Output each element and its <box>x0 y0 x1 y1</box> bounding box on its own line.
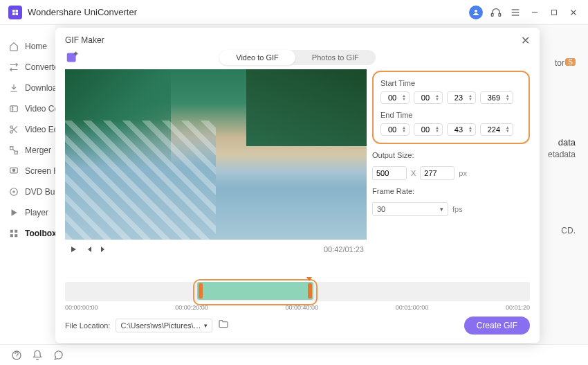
sidebar-item-toolbox[interactable]: Toolbox <box>0 223 55 244</box>
spinner-arrows-icon[interactable]: ▲▼ <box>468 94 472 101</box>
svg-rect-16 <box>15 151 17 154</box>
add-file-button[interactable] <box>65 50 80 65</box>
end-ss-spinner[interactable]: 43▲▼ <box>447 123 476 136</box>
sidebar-item-home[interactable]: Home <box>0 36 55 57</box>
tab-video-to-gif[interactable]: Video to GIF <box>219 50 295 65</box>
output-height-input[interactable] <box>420 166 454 180</box>
sidebar-label: Player <box>25 208 48 217</box>
frame-rate-label: Frame Rate: <box>372 187 530 195</box>
convert-icon <box>8 62 19 73</box>
timeline-selection[interactable] <box>193 279 318 305</box>
end-ms-spinner[interactable]: 224▲▼ <box>480 123 513 136</box>
record-icon <box>8 166 19 177</box>
svg-rect-21 <box>10 230 13 233</box>
start-ss-spinner[interactable]: 23▲▼ <box>447 91 476 104</box>
sidebar-label: Downloader <box>25 83 55 93</box>
app-logo <box>8 6 22 19</box>
end-time-label: End Time <box>380 111 522 119</box>
s-badge: S <box>565 58 576 66</box>
file-location-select[interactable]: C:\Users\ws\Pictures\Wonders ▾ <box>116 319 212 332</box>
svg-point-18 <box>12 169 15 172</box>
bg-text: data <box>558 137 576 148</box>
output-width-input[interactable] <box>372 166 407 180</box>
output-unit: px <box>459 169 467 177</box>
download-icon <box>8 82 19 94</box>
svg-rect-15 <box>10 147 13 150</box>
sidebar-item-dvd[interactable]: DVD Burner <box>0 181 55 202</box>
home-icon <box>8 41 19 52</box>
spinner-arrows-icon[interactable]: ▲▼ <box>402 126 406 133</box>
bg-text: etadata <box>548 150 576 159</box>
chevron-down-icon: ▾ <box>204 322 208 329</box>
timeline-track[interactable] <box>65 282 530 301</box>
bg-text: tor <box>555 58 564 68</box>
sidebar-item-editor[interactable]: Video Editor <box>0 119 55 140</box>
output-x: X <box>411 169 416 177</box>
sidebar-label: Video Editor <box>25 125 55 134</box>
timeline-marker-icon[interactable] <box>306 277 312 281</box>
svg-point-12 <box>10 131 13 134</box>
maximize-icon[interactable] <box>548 6 560 19</box>
create-gif-button[interactable]: Create GIF <box>464 317 530 335</box>
bell-icon[interactable] <box>32 350 43 361</box>
minimize-icon[interactable] <box>529 6 541 19</box>
spinner-arrows-icon[interactable]: ▲▼ <box>435 94 439 101</box>
start-time-label: Start Time <box>380 79 522 87</box>
sidebar-item-converter[interactable]: Converter <box>0 57 55 78</box>
start-mm-spinner[interactable]: 00▲▼ <box>414 91 443 104</box>
svg-point-19 <box>10 188 18 196</box>
gif-maker-modal: GIF Maker ✕ Video to GIF Photos to GIF 0… <box>55 28 540 343</box>
end-mm-spinner[interactable]: 00▲▼ <box>414 123 443 136</box>
merge-icon <box>8 145 19 156</box>
svg-rect-24 <box>15 234 17 237</box>
start-ms-spinner[interactable]: 369▲▼ <box>480 91 513 104</box>
playback-time: 00:42/01:23 <box>324 245 364 253</box>
file-location-label: File Location: <box>65 321 110 330</box>
menu-icon[interactable] <box>509 6 522 19</box>
sidebar-label: DVD Burner <box>25 187 55 197</box>
svg-point-20 <box>13 191 15 193</box>
sidebar-label: Screen Recorder <box>25 166 55 176</box>
close-icon[interactable]: ✕ <box>521 34 530 47</box>
sidebar-item-downloader[interactable]: Downloader <box>0 78 55 98</box>
next-frame-button[interactable] <box>98 244 109 255</box>
close-icon[interactable] <box>567 6 580 19</box>
end-hh-spinner[interactable]: 00▲▼ <box>380 123 410 136</box>
spinner-arrows-icon[interactable]: ▲▼ <box>506 94 510 101</box>
play-button[interactable] <box>68 244 79 255</box>
bg-text: CD. <box>561 226 576 235</box>
svg-rect-2 <box>499 13 501 16</box>
grid-icon <box>8 228 19 239</box>
help-icon[interactable] <box>11 350 22 361</box>
headset-icon[interactable] <box>490 6 502 19</box>
prev-frame-button[interactable] <box>83 244 94 255</box>
timeline-start-handle[interactable] <box>199 283 203 299</box>
svg-rect-22 <box>15 230 17 233</box>
svg-point-0 <box>475 10 477 12</box>
spinner-arrows-icon[interactable]: ▲▼ <box>506 126 510 133</box>
sidebar: Home Converter Downloader Video Compress… <box>0 25 55 365</box>
spinner-arrows-icon[interactable]: ▲▼ <box>468 126 472 133</box>
compress-icon <box>8 103 19 114</box>
svg-rect-10 <box>10 106 18 112</box>
frame-rate-select[interactable]: 30 ▾ <box>372 202 448 216</box>
app-title: Wondershare UniConverter <box>28 7 469 17</box>
scissors-icon <box>8 124 19 135</box>
avatar[interactable] <box>469 6 483 19</box>
svg-rect-23 <box>10 234 13 237</box>
start-hh-spinner[interactable]: 00▲▼ <box>380 91 410 104</box>
sidebar-item-player[interactable]: Player <box>0 202 55 223</box>
chat-icon[interactable] <box>53 350 64 361</box>
sidebar-label: Merger <box>25 145 51 155</box>
folder-icon[interactable] <box>218 319 229 332</box>
svg-rect-7 <box>552 10 557 15</box>
spinner-arrows-icon[interactable]: ▲▼ <box>435 126 439 133</box>
spinner-arrows-icon[interactable]: ▲▼ <box>402 94 406 101</box>
sidebar-item-compressor[interactable]: Video Compressor <box>0 98 55 119</box>
timeline-end-handle[interactable] <box>308 283 312 299</box>
tab-photos-to-gif[interactable]: Photos to GIF <box>295 50 376 65</box>
video-preview[interactable] <box>65 69 367 240</box>
fps-unit: fps <box>452 205 463 213</box>
sidebar-item-merger[interactable]: Merger <box>0 140 55 161</box>
sidebar-item-recorder[interactable]: Screen Recorder <box>0 161 55 181</box>
